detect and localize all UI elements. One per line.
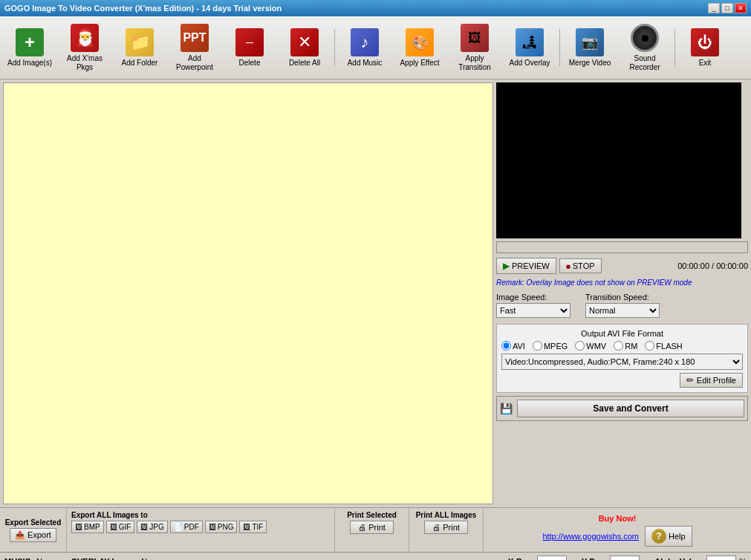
apply-transition-icon: 🖼: [460, 23, 490, 53]
image-speed-group: Image Speed: Fast Slow Normal Very Fast: [496, 293, 570, 318]
add-music-button[interactable]: ♪ Add Music: [338, 24, 391, 71]
jpg-button[interactable]: 🖼 JPG: [137, 521, 167, 533]
bottom-bar: Export Selected 📤 Export Export ALL Imag…: [0, 507, 751, 552]
music-value: None: [36, 557, 56, 561]
apply-effect-label: Apply Effect: [400, 59, 439, 68]
bmp-button[interactable]: 🖼 BMP: [71, 521, 104, 533]
add-images-button[interactable]: + Add Image(s): [3, 24, 56, 71]
export-selected-button[interactable]: 📤 Export: [10, 528, 56, 542]
xpos-status: X-Pos:: [508, 556, 567, 561]
add-images-label: Add Image(s): [7, 59, 52, 68]
delete-all-button[interactable]: ✕ Delete All: [278, 24, 331, 71]
output-format-title: Output AVI File Format: [501, 329, 743, 338]
transition-speed-select[interactable]: Normal Slow Fast Very Fast: [585, 303, 660, 318]
apply-effect-icon: 🎨: [405, 27, 435, 57]
add-overlay-button[interactable]: 🏞 Add Overlay: [503, 24, 556, 71]
format-mpeg[interactable]: MPEG: [533, 341, 568, 351]
music-status: MUSIC: None: [4, 557, 56, 561]
percent-sign: %: [739, 557, 747, 561]
save-convert-button[interactable]: Save and Convert: [517, 400, 744, 417]
merge-video-icon: 📷: [575, 27, 605, 57]
progress-fill: [497, 242, 747, 253]
alpha-label: Alpha Value:: [654, 557, 703, 561]
print-selected-section: Print Selected 🖨 Print: [335, 508, 409, 552]
wmv-radio[interactable]: [575, 341, 585, 351]
help-button[interactable]: ? Help: [645, 526, 692, 547]
overlay-label: OVERLAY Image:: [71, 557, 137, 561]
delete-all-icon: ✕: [290, 27, 319, 57]
pdf-button[interactable]: 📄 PDF: [170, 521, 203, 533]
export-selected-header: Export Selected: [5, 518, 62, 527]
delete-label: Delete: [239, 59, 261, 68]
video-preview: [496, 82, 741, 238]
right-panel: ▶ PREVIEW ■ STOP 00:00:00 / 00:00:00 Rem…: [496, 79, 751, 507]
image-speed-select[interactable]: Fast Slow Normal Very Fast: [496, 303, 570, 318]
help-icon: ?: [651, 529, 666, 544]
apply-transition-button[interactable]: 🖼 Apply Transition: [448, 19, 501, 76]
speed-controls: Image Speed: Fast Slow Normal Very Fast …: [496, 290, 748, 321]
image-speed-label: Image Speed:: [496, 293, 570, 302]
print-all-icon: 🖨: [432, 523, 440, 532]
alpha-input[interactable]: [706, 556, 736, 561]
print-all-button[interactable]: 🖨 Print: [424, 521, 468, 534]
format-avi[interactable]: AVI: [501, 341, 525, 351]
rm-radio[interactable]: [614, 341, 623, 351]
print-all-header: Print ALL Images: [416, 511, 477, 519]
profile-select[interactable]: Video:Uncompressed, Audio:PCM, Frame:240…: [501, 354, 743, 370]
format-flash[interactable]: FLASH: [645, 341, 682, 351]
delete-button[interactable]: — Delete: [223, 24, 276, 71]
preview-button[interactable]: ▶ PREVIEW: [496, 258, 556, 274]
export-all-section: Export ALL Images to 🖼 BMP 🖼 GIF 🖼 JPG 📄…: [67, 508, 335, 552]
add-powerpoint-icon: PPT: [180, 23, 209, 53]
close-button[interactable]: ✕: [735, 3, 747, 13]
xpos-input[interactable]: [537, 556, 567, 561]
title-bar: GOGO Image To Video Converter (X'mas Edi…: [0, 0, 751, 16]
print-selected-button[interactable]: 🖨 Print: [350, 521, 394, 534]
maximize-button[interactable]: □: [721, 3, 733, 13]
output-format-section: Output AVI File Format AVI MPEG WMV RM F…: [496, 324, 748, 393]
exit-label: Exit: [699, 59, 712, 68]
sound-recorder-button[interactable]: ⏺ Sound Recorder: [618, 19, 672, 76]
jpg-label: JPG: [149, 523, 163, 531]
tif-label: TIF: [252, 523, 263, 531]
gif-button[interactable]: 🖼 GIF: [106, 521, 135, 533]
add-overlay-label: Add Overlay: [509, 59, 550, 68]
edit-profile-button[interactable]: ✏ Edit Profile: [680, 373, 743, 388]
print-all-section: Print ALL Images 🖨 Print: [409, 508, 484, 552]
add-folder-button[interactable]: 📁 Add Folder: [113, 24, 166, 71]
print-all-label: Print: [443, 523, 460, 532]
toolbar-separator: [334, 29, 335, 66]
minimize-button[interactable]: _: [708, 3, 720, 13]
ypos-input[interactable]: [610, 556, 640, 561]
tif-button[interactable]: 🖼 TIF: [239, 521, 267, 533]
png-button[interactable]: 🖼 PNG: [205, 521, 238, 533]
help-label: Help: [669, 532, 686, 541]
image-panel[interactable]: [3, 82, 493, 504]
remark-text: Remark: Overlay Image does not show on P…: [496, 279, 748, 287]
flash-radio[interactable]: [645, 341, 654, 351]
merge-video-label: Merge Video: [569, 59, 611, 68]
xpos-label: X-Pos:: [508, 557, 534, 561]
buy-section: Buy Now! http://www.gogowishs.com ? Help: [484, 508, 751, 552]
merge-video-button[interactable]: 📷 Merge Video: [563, 24, 617, 71]
progress-bar: [496, 241, 748, 253]
add-xmas-label: Add X'mas Pkgs: [60, 54, 109, 72]
exit-button[interactable]: ⏻ Exit: [678, 24, 732, 71]
overlay-value: None: [141, 557, 160, 561]
export-selected-section: Export Selected 📤 Export: [0, 508, 67, 552]
apply-effect-button[interactable]: 🎨 Apply Effect: [393, 24, 446, 71]
format-wmv[interactable]: WMV: [575, 341, 606, 351]
add-folder-icon: 📁: [125, 27, 155, 57]
stop-button[interactable]: ■ STOP: [559, 258, 602, 273]
add-xmas-button[interactable]: 🎅 Add X'mas Pkgs: [58, 19, 111, 76]
mpeg-radio[interactable]: [533, 341, 542, 351]
add-powerpoint-button[interactable]: PPT Add Powerpoint: [168, 19, 221, 76]
floppy-icon: 💾: [500, 403, 513, 414]
website-link[interactable]: http://www.gogowishs.com: [542, 532, 639, 541]
delete-icon: —: [235, 27, 264, 57]
play-icon: ▶: [503, 261, 510, 271]
exit-icon: ⏻: [690, 27, 720, 57]
avi-radio[interactable]: [501, 341, 511, 351]
format-rm[interactable]: RM: [614, 341, 637, 351]
pencil-icon: ✏: [686, 375, 694, 385]
